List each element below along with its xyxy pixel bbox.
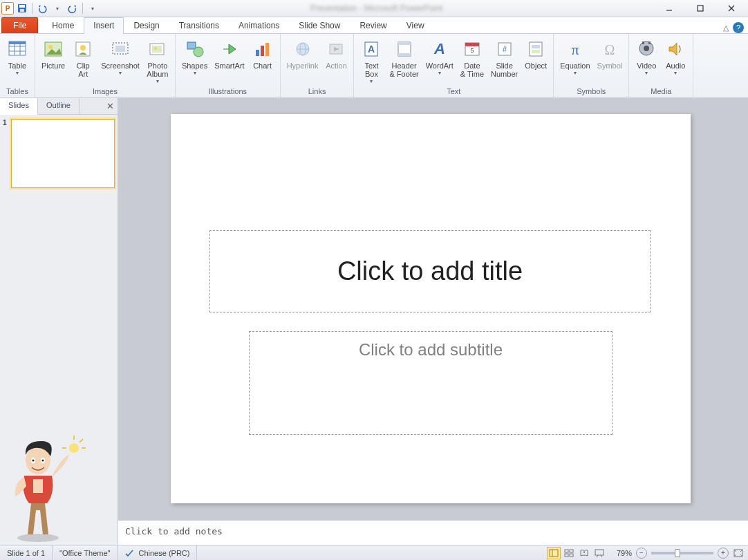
picture-button[interactable]: Picture xyxy=(38,35,68,71)
video-icon xyxy=(635,38,657,60)
title-placeholder[interactable]: Click to add title xyxy=(209,230,651,312)
equation-icon: π xyxy=(564,38,586,60)
panel-close[interactable]: ✕ xyxy=(102,98,118,114)
tab-review[interactable]: Review xyxy=(350,17,396,33)
notes-pane[interactable]: Click to add notes xyxy=(118,520,748,545)
chevron-down-icon: ▾ xyxy=(16,70,19,76)
tab-file[interactable]: File xyxy=(1,17,38,33)
tab-slideshow[interactable]: Slide Show xyxy=(289,17,350,33)
slide-1[interactable]: Click to add title Click to add subtitle xyxy=(171,114,691,503)
action-label: Action xyxy=(326,62,347,70)
help-button[interactable]: ? xyxy=(733,22,744,33)
slidenumber-button[interactable]: # Slide Number xyxy=(487,35,521,79)
symbol-icon: Ω xyxy=(599,38,621,60)
zoom-in-button[interactable]: + xyxy=(718,548,729,559)
svg-text:A: A xyxy=(368,44,375,55)
minimize-button[interactable] xyxy=(653,1,684,15)
clipart-button[interactable]: Clip Art xyxy=(68,35,97,79)
tab-transitions[interactable]: Transitions xyxy=(169,17,229,33)
ribbon-minimize[interactable]: △ xyxy=(723,24,729,32)
datetime-icon: 5 xyxy=(461,38,483,60)
svg-rect-18 xyxy=(115,46,125,52)
datetime-button[interactable]: 5 Date & Time xyxy=(457,35,487,79)
subtitle-placeholder[interactable]: Click to add subtitle xyxy=(249,331,613,435)
chevron-down-icon: ▾ xyxy=(645,70,648,76)
svg-rect-66 xyxy=(570,550,573,552)
status-language[interactable]: Chinese (PRC) xyxy=(118,545,197,560)
svg-rect-49 xyxy=(642,41,644,44)
group-label: Media xyxy=(632,86,690,97)
svg-rect-50 xyxy=(648,41,651,44)
header-footer-button[interactable]: Header & Footer xyxy=(386,35,422,79)
audio-button[interactable]: Audio ▾ xyxy=(661,35,690,77)
normal-view-button[interactable] xyxy=(547,547,561,559)
normal-view-icon xyxy=(549,549,559,557)
photoalbum-label: Photo Album xyxy=(147,62,168,78)
chart-button[interactable]: Chart xyxy=(248,35,277,71)
tab-animations[interactable]: Animations xyxy=(229,17,289,33)
spellcheck-icon xyxy=(124,548,134,558)
slide-thumbnail-1[interactable] xyxy=(11,119,115,188)
chevron-down-icon: ▾ xyxy=(119,70,122,76)
slide-canvas[interactable]: Click to add title Click to add subtitle xyxy=(118,98,748,520)
language-label: Chinese (PRC) xyxy=(138,549,189,557)
undo-button[interactable] xyxy=(35,1,49,15)
maximize-button[interactable] xyxy=(684,1,716,15)
reading-view-button[interactable] xyxy=(577,547,591,559)
shapes-button[interactable]: Shapes ▾ xyxy=(178,35,211,77)
wordart-button[interactable]: A WordArt ▾ xyxy=(422,35,457,77)
smartart-label: SmartArt xyxy=(214,62,244,70)
clipart-label: Clip Art xyxy=(77,62,90,78)
redo-button[interactable] xyxy=(66,1,80,15)
svg-rect-43 xyxy=(532,45,540,48)
svg-point-58 xyxy=(69,443,79,453)
photoalbum-button[interactable]: Photo Album ▾ xyxy=(143,35,172,85)
tab-insert[interactable]: Insert xyxy=(84,17,124,33)
svg-rect-12 xyxy=(9,41,26,44)
status-theme[interactable]: "Office Theme" xyxy=(53,545,118,560)
slideshow-view-button[interactable] xyxy=(592,547,606,559)
panel-tab-slides[interactable]: Slides xyxy=(0,98,38,115)
header-footer-icon xyxy=(393,38,415,60)
undo-dropdown[interactable]: ▾ xyxy=(50,1,64,15)
smartart-button[interactable]: SmartArt xyxy=(211,35,247,71)
status-slide-info[interactable]: Slide 1 of 1 xyxy=(0,545,53,560)
zoom-value[interactable]: 79% xyxy=(613,549,636,557)
tab-home[interactable]: Home xyxy=(42,17,84,33)
svg-rect-63 xyxy=(550,550,558,557)
group-label: Tables xyxy=(3,86,32,97)
group-tables: Table ▾ Tables xyxy=(0,34,35,97)
panel-tab-outline[interactable]: Outline xyxy=(38,98,80,114)
qat-customize[interactable]: ▾ xyxy=(86,1,100,15)
chevron-down-icon: ▾ xyxy=(438,70,441,76)
group-illustrations: Shapes ▾ SmartArt Chart Illustrations xyxy=(176,34,281,97)
title-bar: P ▾ ▾ Presentation - Microsoft PowerPoin… xyxy=(0,0,748,17)
textbox-button[interactable]: A Text Box ▾ xyxy=(357,35,386,85)
zoom-out-button[interactable]: − xyxy=(636,548,647,559)
fit-to-window-button[interactable] xyxy=(731,547,745,559)
zoom-slider-thumb[interactable] xyxy=(675,549,680,557)
close-button[interactable] xyxy=(716,1,747,15)
svg-rect-65 xyxy=(565,550,568,552)
screenshot-button[interactable]: Screenshot ▾ xyxy=(97,35,143,77)
group-label: Symbols xyxy=(557,86,626,97)
svg-rect-42 xyxy=(530,42,542,56)
hyperlink-label: Hyperlink xyxy=(287,62,319,70)
hyperlink-icon xyxy=(292,38,314,60)
tab-design[interactable]: Design xyxy=(124,17,169,33)
table-icon xyxy=(6,38,28,60)
svg-rect-67 xyxy=(565,554,568,557)
window-title: Presentation - Microsoft PowerPoint xyxy=(100,3,653,13)
save-button[interactable] xyxy=(15,1,29,15)
svg-text:5: 5 xyxy=(470,47,474,54)
tab-view[interactable]: View xyxy=(397,17,434,33)
table-button[interactable]: Table ▾ xyxy=(3,35,32,77)
object-button[interactable]: Object xyxy=(521,35,550,71)
video-button[interactable]: Video ▾ xyxy=(632,35,661,77)
zoom-slider[interactable] xyxy=(651,552,713,554)
svg-point-16 xyxy=(80,45,86,50)
shapes-icon xyxy=(184,38,206,60)
equation-button[interactable]: π Equation ▾ xyxy=(557,35,593,77)
svg-text:A: A xyxy=(433,40,445,57)
sorter-view-button[interactable] xyxy=(562,547,576,559)
